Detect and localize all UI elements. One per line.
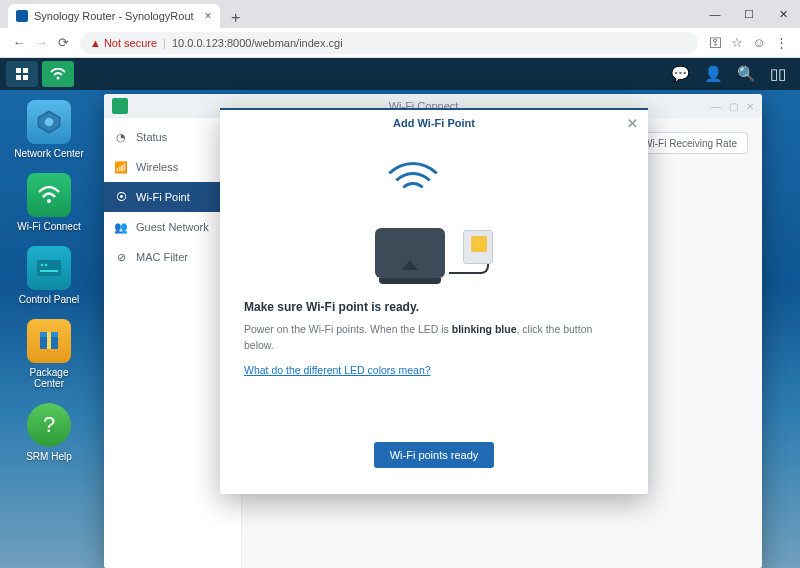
desktop-icon-control-panel[interactable]: Control Panel [14,246,84,305]
close-window-button[interactable]: ✕ [766,0,800,28]
desktop-icon-network-center[interactable]: Network Center [14,100,84,159]
key-icon[interactable]: ⚿ [704,35,726,50]
browser-tab[interactable]: Synology Router - SynologyRout × [8,4,220,28]
maximize-button[interactable]: ☐ [732,0,766,28]
chat-icon[interactable]: 💬 [671,65,690,83]
tab-favicon [16,10,28,22]
desktop-icon-wifi-connect[interactable]: Wi-Fi Connect [14,173,84,232]
svg-rect-8 [37,260,61,276]
svg-point-9 [41,264,44,267]
dialog-title: Add Wi-Fi Point [393,117,475,129]
browser-frame: Synology Router - SynologyRout × + — ☐ ✕… [0,0,800,568]
guest-icon: 👥 [114,220,128,234]
tab-title: Synology Router - SynologyRout [34,10,194,22]
svg-point-4 [57,77,60,80]
window-controls: — ☐ ✕ [698,0,800,28]
svg-rect-11 [40,270,58,272]
apps-button[interactable] [6,61,38,87]
svg-rect-0 [16,68,21,73]
taskbar-wifi-button[interactable] [42,61,74,87]
user-icon[interactable]: 👤 [704,65,723,83]
svg-point-7 [47,199,51,203]
wifi-icon: 📶 [114,160,128,174]
tab-close-icon[interactable]: × [205,9,212,23]
filter-icon: ⊘ [114,250,128,264]
address-bar: ← → ⟳ ▲ Not secure | 10.0.0.123:8000/web… [0,28,800,58]
url-text: 10.0.0.123:8000/webman/index.cgi [172,37,343,49]
desktop-icons: Network Center Wi-Fi Connect Control Pan… [14,100,84,462]
dialog-instruction: Power on the Wi-Fi points. When the LED … [244,322,624,354]
dialog-close-icon[interactable]: ✕ [627,116,638,131]
wifi-points-ready-button[interactable]: Wi-Fi points ready [374,442,495,468]
add-wifi-point-dialog: Add Wi-Fi Point ✕ ⚡ Make sure Wi-Fi p [220,108,648,494]
dialog-heading: Make sure Wi-Fi point is ready. [244,300,624,314]
win-close-icon[interactable]: ✕ [746,101,754,112]
new-tab-button[interactable]: + [226,8,246,28]
router-icon [375,224,445,284]
star-icon[interactable]: ☆ [726,35,748,50]
browser-titlebar: Synology Router - SynologyRout × + — ☐ ✕ [0,0,800,28]
pilot-icon[interactable]: ▯▯ [770,65,786,83]
menu-icon[interactable]: ⋮ [770,35,792,50]
svg-rect-3 [23,75,28,80]
forward-button[interactable]: → [30,32,52,54]
svg-rect-1 [23,68,28,73]
url-box[interactable]: ▲ Not secure | 10.0.0.123:8000/webman/in… [80,32,698,54]
led-help-link[interactable]: What do the different LED colors mean? [244,364,624,376]
back-button[interactable]: ← [8,32,30,54]
setup-illustration: ⚡ [244,144,624,284]
profile-icon[interactable]: ☺ [748,35,770,50]
not-secure-badge: ▲ Not secure [90,37,157,49]
svg-rect-14 [47,332,51,349]
desktop-icon-package-center[interactable]: Package Center [14,319,84,389]
search-icon[interactable]: 🔍 [737,65,756,83]
wifi-point-icon: ⦿ [114,190,128,204]
srm-taskbar: 💬 👤 🔍 ▯▯ [0,58,800,90]
win-min-icon[interactable]: — [711,101,721,112]
window-app-icon [112,98,128,114]
minimize-button[interactable]: — [698,0,732,28]
reload-button[interactable]: ⟳ [52,32,74,54]
wifi-rate-button[interactable]: Wi-Fi Receiving Rate [632,132,748,154]
desktop-icon-srm-help[interactable]: ? SRM Help [14,403,84,462]
srm-desktop: 💬 👤 🔍 ▯▯ Network Center Wi-Fi Connect Co… [0,58,800,568]
gauge-icon: ◔ [114,130,128,144]
dialog-header: Add Wi-Fi Point ✕ [220,108,648,136]
svg-point-10 [45,264,48,267]
win-max-icon[interactable]: ▢ [729,101,738,112]
svg-rect-2 [16,75,21,80]
svg-point-6 [45,118,54,127]
power-outlet-icon: ⚡ [463,230,493,264]
